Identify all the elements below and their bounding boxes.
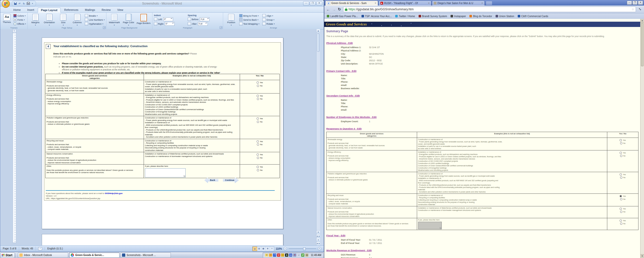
status-language[interactable]: English (U.S.) [45, 247, 65, 251]
no-option[interactable]: No [241, 169, 278, 172]
no-option[interactable]: No [241, 157, 278, 159]
redo-icon[interactable]: ↻ [22, 2, 26, 5]
section-link-employees[interactable]: Number of Employees in this Worksite - E… [326, 116, 377, 118]
qat-dropdown-icon[interactable]: ▾ [31, 2, 34, 5]
tab-stop-selector-icon[interactable]: L [13, 29, 16, 33]
no-radio[interactable] [257, 98, 259, 100]
zoom-out-icon[interactable]: − [284, 247, 287, 250]
hyphenation-button[interactable]: Hyphenation▾ [85, 22, 105, 25]
browser-scrollbar[interactable]: ▲ ▼ [640, 19, 644, 258]
status-page-number[interactable]: Page: 5 of 8 [0, 247, 19, 251]
browser-scrollbar-thumb[interactable] [641, 23, 643, 66]
tab-close-icon[interactable]: ✕ [375, 2, 376, 4]
antivirus-shield-icon[interactable]: V [277, 253, 280, 257]
yes-option[interactable]: Yes [241, 166, 278, 168]
back-icon[interactable]: ← [326, 7, 330, 12]
windows-update-icon[interactable]: ⇄ [301, 253, 304, 257]
spacing-before-value[interactable]: 0 pt [200, 17, 210, 21]
outline-view-icon[interactable]: ≣ [266, 247, 270, 250]
display-settings-icon[interactable]: ▭ [289, 253, 292, 257]
bookmark-item[interactable]: Citi® Commercial Cards [518, 15, 548, 18]
spacing-after-value[interactable]: 0 pt [198, 22, 208, 26]
other-description-textarea[interactable] [418, 222, 442, 229]
scroll-down-icon[interactable]: ▼ [316, 230, 320, 234]
no-radio[interactable] [257, 85, 259, 87]
yes-option[interactable]: Yes [608, 152, 637, 154]
wrench-menu-icon[interactable]: 🔧︎ [638, 7, 642, 11]
word-scrollbar[interactable]: ▲ ▼ ▲▲ ● ▼▼ [316, 29, 320, 245]
bookmark-star-icon[interactable]: ☆ [631, 8, 634, 11]
section-link-primary-contact[interactable]: Primary Contact Info - Edit [326, 70, 356, 72]
yes-radio[interactable] [620, 173, 622, 176]
bookmark-item[interactable]: Blog do Torcedor [469, 15, 492, 18]
watermark-button[interactable]: Watermark▾ [108, 13, 121, 26]
new-tab-button[interactable] [486, 1, 492, 5]
web-layout-view-icon[interactable]: ▦ [261, 247, 266, 250]
no-radio[interactable] [257, 157, 259, 159]
spacing-after-field[interactable]: After:0 pt [188, 22, 220, 26]
section-link-responses[interactable]: Responses to Question 4 - Edit [326, 127, 361, 130]
select-browse-icon[interactable]: ● [316, 238, 320, 242]
fax-printer-icon[interactable]: ▤ [305, 253, 308, 257]
line-numbers-button[interactable]: Line Numbers▾ [85, 18, 105, 21]
section-link-revenue[interactable]: Worksite Revenue or Employment - Edit [326, 249, 372, 252]
zoom-level[interactable]: 110% [276, 247, 282, 250]
no-option[interactable]: No [608, 155, 637, 157]
yes-option[interactable]: Yes [608, 173, 637, 176]
themes-button[interactable]: Aa Themes [2, 13, 12, 26]
status-spellcheck[interactable]: ✓ [36, 247, 45, 250]
margins-button[interactable]: Margins▾ [29, 13, 42, 26]
tab-references[interactable]: References [61, 8, 81, 12]
page-color-button[interactable]: Page Color▾ [122, 13, 135, 26]
yes-option[interactable]: Yes [241, 117, 278, 120]
send-to-back-button[interactable]: Send to Back▾ [239, 18, 261, 21]
theme-effects-button[interactable]: Effects▾ [13, 22, 26, 25]
office-button-icon[interactable] [2, 0, 10, 8]
no-radio[interactable] [620, 211, 622, 213]
document-next-page[interactable] [42, 234, 283, 245]
page-borders-button[interactable]: Page Borders [136, 13, 151, 26]
footer-email-link[interactable]: GGSHelp@bls.gov [105, 192, 123, 195]
yes-radio[interactable] [257, 140, 259, 143]
no-option[interactable]: No [608, 176, 637, 179]
columns-button[interactable]: Columns▾ [71, 13, 83, 26]
browser-maximize-button[interactable]: ❐ [632, 1, 637, 5]
no-option[interactable]: No [241, 143, 278, 146]
theme-fonts-button[interactable]: AFonts▾ [13, 18, 26, 21]
no-radio[interactable] [620, 222, 622, 225]
clock[interactable]: 11:49 AM [311, 254, 321, 256]
tab-page-layout[interactable]: Page Layout [38, 8, 61, 13]
yes-option[interactable]: Yes [608, 139, 637, 141]
bring-to-front-button[interactable]: Bring to Front▾ [239, 14, 261, 17]
no-radio[interactable] [620, 142, 622, 144]
quick-print-icon[interactable] [26, 2, 30, 5]
yes-radio[interactable] [257, 153, 259, 156]
yes-radio[interactable] [257, 95, 259, 97]
no-radio[interactable] [257, 169, 259, 171]
tab-close-icon[interactable]: ✕ [428, 2, 430, 4]
paragraph-dialog-launcher-icon[interactable]: ◿ [220, 26, 222, 29]
size-button[interactable]: Size▾ [57, 13, 69, 26]
yes-radio[interactable] [257, 166, 259, 168]
tab-close-icon[interactable]: ✕ [481, 2, 483, 4]
bookmark-item[interactable]: Instapaper [451, 15, 466, 18]
bookmark-item[interactable]: Landfill Gas Power Pla... [327, 15, 358, 18]
word-scrollbar-thumb[interactable] [317, 34, 319, 52]
no-radio[interactable] [620, 198, 622, 200]
network-disconnected-icon[interactable]: ✕ [293, 253, 296, 257]
yes-option[interactable]: Yes [608, 208, 637, 210]
browser-minimize-button[interactable]: — [627, 1, 632, 5]
yes-radio[interactable] [620, 152, 622, 154]
full-screen-reading-icon[interactable]: ▥ [257, 247, 261, 250]
section-link-fiscal-year[interactable]: Fiscal Year - Edit [326, 234, 345, 237]
yes-option[interactable]: Yes [241, 81, 278, 84]
indent-right-value[interactable]: 0" [165, 22, 175, 26]
no-option[interactable]: No [608, 222, 637, 225]
status-word-count[interactable]: Words: 49 [19, 247, 36, 251]
offline-files-icon[interactable]: ❐ [273, 253, 276, 257]
yes-option[interactable]: Yes [608, 195, 637, 197]
browser-scroll-down-icon[interactable]: ▼ [640, 254, 644, 258]
yes-option[interactable]: Yes [241, 140, 278, 143]
security-lock-icon[interactable]: ∩ [281, 253, 284, 257]
indent-left-value[interactable]: 0" [163, 17, 173, 21]
